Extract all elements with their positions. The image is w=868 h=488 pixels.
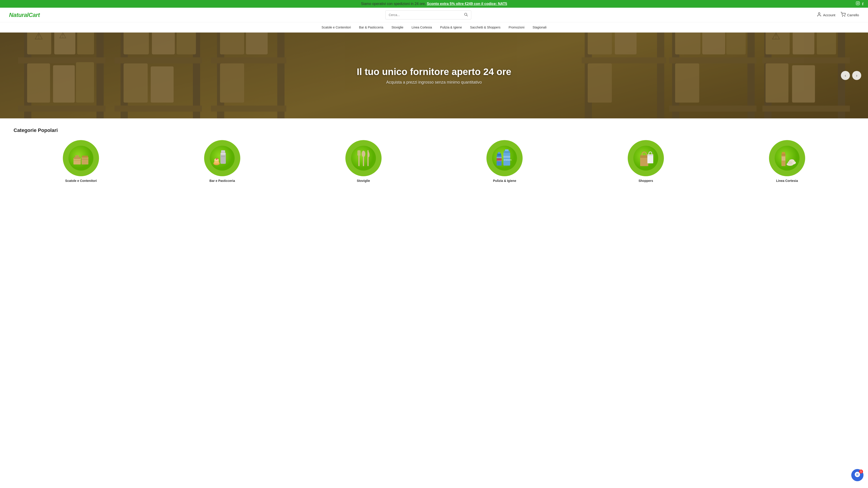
nav-item-scatole[interactable]: Scatole e Contenitori [321, 26, 351, 29]
category-label-shoppers: Shoppers [639, 179, 653, 183]
svg-rect-110 [503, 156, 510, 158]
search-input[interactable] [389, 13, 462, 17]
svg-point-119 [775, 146, 800, 170]
svg-rect-87 [221, 153, 225, 155]
category-label-bar: Bar e Pasticceria [210, 179, 235, 183]
banner-link[interactable]: Sconto extra 5% oltre €249 con il codice… [427, 2, 507, 6]
svg-point-6 [842, 16, 843, 17]
svg-rect-0 [856, 2, 860, 5]
category-label-scatole: Scatole e Contenitori [65, 179, 97, 183]
top-banner: Siamo operativi con spedizioni in 24 ore… [0, 0, 868, 8]
categories-section: Categorie Popolari [0, 119, 868, 192]
category-label-stoviglie: Stoviglie [357, 179, 370, 183]
svg-rect-81 [82, 156, 88, 158]
nav-item-bar[interactable]: Bar & Pasticceria [359, 26, 383, 29]
header-actions: Account Carrello [817, 12, 859, 18]
svg-point-98 [362, 151, 365, 157]
cart-icon [841, 12, 846, 18]
hero-subtitle: Acquista a prezzi ingrosso senza minimo … [386, 80, 482, 85]
hero-next-button[interactable]: › [852, 71, 861, 80]
svg-point-126 [788, 161, 792, 164]
category-card-shoppers[interactable]: Shoppers [579, 140, 713, 183]
svg-point-91 [216, 158, 217, 160]
svg-rect-109 [505, 149, 508, 151]
category-card-bar[interactable]: Bar e Pasticceria [155, 140, 290, 183]
cart-button[interactable]: Carrello [841, 12, 859, 18]
category-circle-shoppers [628, 140, 664, 176]
svg-point-5 [818, 12, 820, 14]
account-icon [817, 12, 822, 18]
nav-item-cortesia[interactable]: Linea Cortesia [412, 26, 432, 29]
svg-rect-77 [73, 158, 81, 164]
search-button[interactable] [464, 12, 468, 18]
svg-point-92 [217, 158, 218, 159]
logo[interactable]: NaturalCart [9, 11, 40, 19]
category-label-cortesia: Linea Cortesia [776, 179, 798, 183]
category-circle-pulizia: FRESH DETERGENTE [487, 140, 523, 176]
svg-text:DETERGENTE: DETERGENTE [504, 159, 512, 161]
hero-section: ⚠ ⚠ [0, 33, 868, 119]
nav-item-sacchetti[interactable]: Sacchetti & Shoppers [470, 26, 500, 29]
nav-item-pulizia[interactable]: Pulizia & Igiene [440, 26, 462, 29]
header: NaturalCart Account [0, 8, 868, 22]
hero-title: Il tuo unico fornitore aperto 24 ore [357, 66, 511, 77]
category-card-cortesia[interactable]: Linea Cortesia [719, 140, 855, 183]
svg-rect-107 [503, 153, 510, 166]
cart-label: Carrello [847, 13, 859, 17]
svg-rect-127 [782, 157, 785, 161]
category-circle-cortesia [769, 140, 805, 176]
svg-point-2 [859, 2, 859, 3]
category-card-pulizia[interactable]: FRESH DETERGENTE Pulizia & Igiene [437, 140, 572, 183]
banner-text: Siamo operativi con spedizioni in 24 ore… [361, 2, 426, 6]
categories-grid: Scatole e Contenitori [13, 140, 855, 183]
hero-content: Il tuo unico fornitore aperto 24 ore Acq… [0, 33, 868, 119]
svg-rect-122 [782, 152, 785, 154]
svg-rect-79 [75, 155, 79, 158]
search-bar [385, 10, 471, 20]
account-button[interactable]: Account [817, 12, 835, 18]
hero-prev-button[interactable]: ‹ [841, 71, 850, 80]
svg-point-1 [857, 3, 859, 4]
facebook-icon[interactable]: f [862, 2, 864, 6]
category-circle-scatole [63, 140, 99, 176]
svg-rect-112 [497, 158, 502, 161]
svg-point-76 [68, 146, 93, 170]
instagram-icon[interactable] [856, 1, 860, 6]
nav-item-stagionali[interactable]: Stagionali [532, 26, 547, 29]
svg-rect-104 [498, 152, 500, 154]
category-card-stoviglie[interactable]: Stoviglie [296, 140, 431, 183]
svg-point-7 [845, 16, 845, 17]
category-circle-stoviglie [345, 140, 381, 176]
categories-title: Categorie Popolari [13, 127, 855, 133]
account-label: Account [823, 13, 835, 17]
nav-item-stoviglie[interactable]: Stoviglie [392, 26, 403, 29]
category-label-pulizia: Pulizia & Igiene [493, 179, 516, 183]
svg-rect-118 [647, 154, 653, 156]
svg-rect-80 [82, 157, 88, 164]
main-nav: Scatole e Contenitori Bar & Pasticceria … [0, 22, 868, 33]
category-card-scatole[interactable]: Scatole e Contenitori [13, 140, 149, 183]
svg-rect-115 [640, 155, 648, 158]
svg-line-4 [467, 15, 467, 16]
category-circle-bar [204, 140, 240, 176]
nav-item-promozioni[interactable]: Promozioni [508, 26, 524, 29]
